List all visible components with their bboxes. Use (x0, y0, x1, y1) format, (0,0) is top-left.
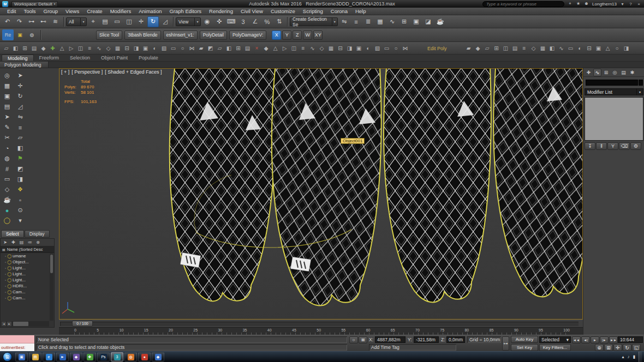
remove-modifier-button[interactable]: ⌫ (619, 142, 630, 150)
ribbon-icon[interactable]: ◧ (224, 44, 234, 53)
display-tab-icon[interactable]: ▤ (619, 69, 628, 76)
ribbon-toggle-icon[interactable]: ▦ (374, 16, 386, 27)
teal-ball-icon[interactable]: ● (1, 205, 13, 215)
ribbon-icon[interactable]: ≡ (299, 44, 308, 53)
select-circle-icon[interactable]: ◎ (1, 70, 13, 81)
grid-icon[interactable]: ▦ (1, 81, 13, 91)
teapot-icon[interactable]: ☕ (1, 195, 13, 205)
menu-item[interactable]: Civil View (237, 8, 267, 15)
ribbon-icon[interactable]: ⊞ (492, 44, 501, 53)
target-icon[interactable]: ⊙ (14, 205, 26, 215)
ribbon-icon[interactable]: ▭ (382, 44, 391, 53)
show-desktop-button[interactable] (639, 352, 642, 362)
viewport-menu-view[interactable]: [ Perspective ] (71, 69, 103, 75)
explorer-add-icon[interactable]: ✚ (10, 239, 17, 246)
isolate-selection-icon[interactable]: ○ (349, 336, 358, 343)
go-to-start-button[interactable]: ◄◄ (572, 336, 581, 343)
panel-icon[interactable]: ▣ (1, 91, 13, 101)
list-icon[interactable]: ▤ (1, 101, 13, 112)
tab-modeling[interactable]: Modeling (2, 55, 34, 61)
ribbon-icon[interactable]: ▷ (67, 44, 76, 53)
current-frame-field[interactable]: 10:644 (618, 336, 643, 343)
ribbon-icon[interactable]: ▤ (510, 44, 520, 53)
user-icon[interactable]: ☻ (583, 1, 589, 7)
ribbon-icon[interactable]: ✚ (48, 44, 57, 53)
visibility-toggle-icon[interactable]: ▫ (5, 267, 6, 270)
scroll-left-arrow[interactable]: ◄ (1, 321, 7, 327)
ribbon-icon[interactable]: ▱ (215, 44, 224, 53)
track-bar[interactable]: 0 / 100 (59, 319, 583, 327)
yellow-circle-icon[interactable]: ◯ (1, 215, 13, 226)
ribbon-icon[interactable]: ◇ (104, 44, 113, 53)
ribbon-icon[interactable]: ▭ (169, 44, 178, 53)
chevron-down-icon[interactable]: ▾ (14, 215, 26, 226)
configure-sets-button[interactable]: ⚙ (630, 142, 641, 150)
ribbon-icon[interactable]: ▰ (464, 44, 473, 53)
visibility-toggle-icon[interactable]: ▫ (5, 261, 6, 264)
help-icon[interactable]: ? (628, 2, 634, 7)
menu-item[interactable]: Customize (267, 8, 299, 15)
maxscript-mini-listener[interactable]: outlinerBest: (0, 335, 35, 352)
pan-icon[interactable]: ✛ (613, 344, 622, 351)
ribbon-icon[interactable]: ◆ (39, 44, 48, 53)
diamond-icon[interactable]: ◇ (1, 184, 13, 195)
rectangular-selection-icon[interactable]: ▭ (111, 16, 123, 27)
re-script-button[interactable]: Re (2, 29, 14, 40)
polydamage-button[interactable]: PolyDamageV: (229, 31, 266, 40)
taskbar-photoshop[interactable]: Ps (97, 352, 110, 361)
select-and-rotate-icon[interactable]: ↻ (147, 16, 159, 27)
reference-coordinate-dropdown[interactable]: View▾ (176, 17, 201, 26)
ribbon-icon[interactable]: × (252, 44, 261, 53)
zoom-icon[interactable]: ⊕ (595, 344, 604, 351)
slice-tool-button[interactable]: Slice Tool (96, 31, 122, 40)
shade-icon[interactable]: ◨ (14, 174, 26, 184)
spinner-snap-icon[interactable]: ⇅ (273, 16, 285, 27)
taskbar-3dsmax[interactable]: 3 (111, 352, 123, 361)
explorer-pick-icon[interactable]: ➤ (2, 239, 9, 246)
taskbar-internet-explorer[interactable]: e (43, 352, 55, 361)
scene-object-row[interactable]: ▫ ◯ Light... (1, 265, 54, 271)
ribbon-icon[interactable]: ▧ (373, 44, 382, 53)
selection-set-combo[interactable]: Selected▾ (539, 336, 571, 343)
select-and-manipulate-icon[interactable]: ✜ (213, 16, 225, 27)
scene-object-row[interactable]: ▫ ◯ Cam... (1, 289, 54, 295)
ribbon-icon[interactable]: ▰ (196, 44, 206, 53)
axis-y-button[interactable]: Y (282, 31, 291, 40)
ribbon-icon[interactable]: ▦ (538, 44, 547, 53)
bind-to-spacewarp-icon[interactable]: ≋ (50, 16, 61, 27)
keyboard-override-icon[interactable]: ⌨ (225, 16, 237, 27)
menu-item[interactable]: Views (62, 8, 83, 15)
hierarchy-tab-icon[interactable]: ⊞ (602, 69, 610, 76)
align-icon[interactable]: ≡ (350, 16, 362, 27)
layer-manager-icon[interactable]: ≣ (362, 16, 374, 27)
search-input[interactable] (482, 1, 564, 7)
ribbon-icon[interactable]: ▭ (566, 44, 575, 53)
rotate-icon[interactable]: ↻ (14, 91, 26, 101)
ribbon-icon[interactable]: ◐ (575, 44, 585, 53)
ribbon-icon[interactable]: ◆ (473, 44, 482, 53)
ribbon-icon[interactable]: ▤ (29, 44, 39, 53)
visibility-toggle-icon[interactable]: ▫ (5, 273, 6, 276)
scene-object-row[interactable]: ▫ ◯ Light... (1, 277, 54, 283)
go-to-end-button[interactable]: ►► (609, 336, 618, 343)
ribbon-icon[interactable]: ∿ (94, 44, 104, 53)
modifier-stack[interactable] (585, 97, 643, 141)
listener-script-row[interactable]: outlinerBest: (0, 343, 34, 352)
schematic-view-icon[interactable]: ⊞ (398, 16, 410, 27)
ribbon-icon[interactable]: ◨ (622, 44, 631, 53)
listener-macro-row[interactable] (0, 335, 34, 343)
ribbon-icon[interactable]: ▱ (2, 44, 11, 53)
tab-select[interactable]: Select (1, 230, 24, 238)
ribbon-icon[interactable]: △ (57, 44, 67, 53)
ribbon-icon[interactable]: ▧ (159, 44, 169, 53)
ribbon-icon[interactable]: ≡ (520, 44, 529, 53)
ribbon-icon[interactable]: ▤ (243, 44, 252, 53)
modify-tab-icon[interactable]: ∿ (593, 69, 601, 76)
tab-display[interactable]: Display (25, 230, 50, 238)
ribbon-icon[interactable]: △ (603, 44, 612, 53)
explorer-filter-icon[interactable]: ≔ (26, 239, 33, 246)
taskbar-explorer[interactable]: ▤ (29, 352, 41, 361)
ribbon-icon[interactable]: ◆ (261, 44, 271, 53)
ribbon-icon[interactable]: ◫ (76, 44, 85, 53)
set-key-mode-button[interactable]: ⊶ (502, 336, 509, 351)
